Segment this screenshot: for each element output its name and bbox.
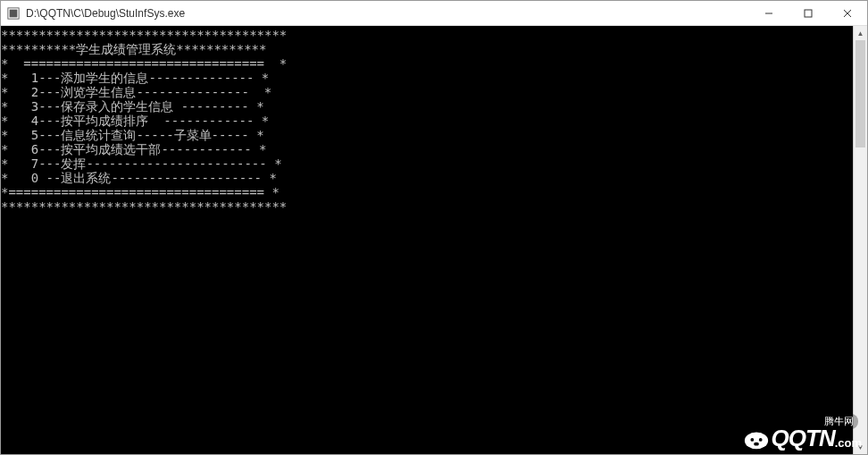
console-area: ****************************************… <box>1 26 867 454</box>
console-line: * 1---添加学生的信息-------------- * <box>1 71 853 85</box>
console-line: * ================================ * <box>1 56 853 71</box>
window-controls <box>749 1 867 25</box>
app-icon <box>6 6 21 21</box>
minimize-button[interactable] <box>749 1 789 25</box>
console-line: * 4---按平均成绩排序 ------------ * <box>1 114 853 128</box>
scroll-thumb[interactable] <box>855 40 865 147</box>
svg-rect-1 <box>10 9 18 17</box>
console-output[interactable]: ****************************************… <box>1 26 853 454</box>
scroll-down-arrow[interactable]: ▼ <box>854 440 867 454</box>
watermark-cn-label: 腾牛网 <box>820 414 858 429</box>
console-line: * 5---信息统计查询-----子菜单----- * <box>1 128 853 142</box>
console-line: **********学生成绩管理系统************ <box>1 42 853 56</box>
console-line: * 3---保存录入的学生信息 --------- * <box>1 99 853 114</box>
titlebar: D:\QQTN\C\Debug\StuInfSys.exe <box>1 1 867 26</box>
close-button[interactable] <box>828 1 867 25</box>
console-line: ************************************** <box>1 199 853 214</box>
console-line: * 0 --退出系统-------------------- * <box>1 171 853 185</box>
window-title: D:\QQTN\C\Debug\StuInfSys.exe <box>26 7 185 20</box>
app-window: D:\QQTN\C\Debug\StuInfSys.exe **********… <box>0 0 868 455</box>
titlebar-left: D:\QQTN\C\Debug\StuInfSys.exe <box>6 6 185 21</box>
console-line: *================================== * <box>1 185 853 199</box>
scroll-up-arrow[interactable]: ▲ <box>854 26 867 40</box>
console-line: * 2---浏览学生信息--------------- * <box>1 85 853 99</box>
svg-rect-3 <box>805 10 812 17</box>
vertical-scrollbar[interactable]: ▲ ▼ <box>853 26 867 454</box>
console-line: ************************************** <box>1 28 853 42</box>
console-line: * 6---按平均成绩选干部------------ * <box>1 142 853 156</box>
maximize-button[interactable] <box>789 1 828 25</box>
console-line: * 7---发挥------------------------ * <box>1 156 853 171</box>
